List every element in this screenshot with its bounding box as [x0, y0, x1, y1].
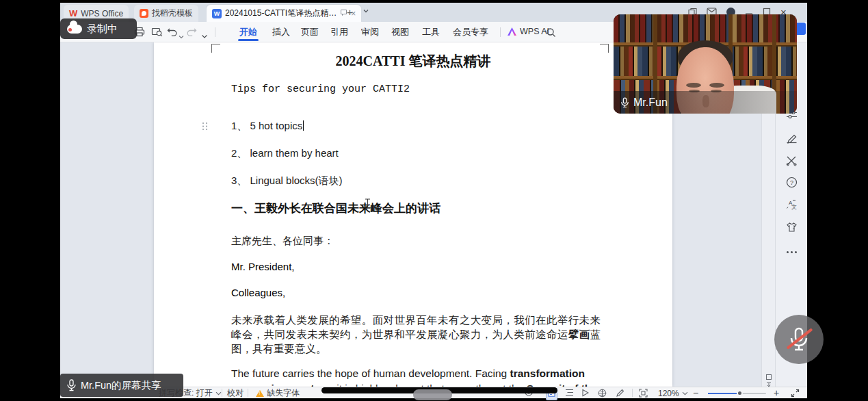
document-page[interactable]: 2024CATTI 笔译热点精讲 Tips for securing your … [154, 42, 672, 387]
menu-tab-home[interactable]: 开始 [239, 26, 257, 38]
zoom-slider[interactable] [708, 393, 766, 394]
microphone-icon [620, 97, 629, 108]
fit-page-icon[interactable] [639, 389, 648, 400]
tab-list-chevron-icon[interactable] [363, 5, 369, 16]
menu-tab-review[interactable]: 审阅 [361, 26, 379, 38]
new-tab-button[interactable]: + [347, 6, 353, 18]
zoom-slider-knob[interactable] [737, 390, 743, 396]
tab-label: 20241015-CATTI笔译热点精… [225, 8, 337, 19]
fullscreen-icon[interactable] [791, 389, 800, 400]
active-tab-underline [238, 39, 259, 41]
translate-icon[interactable]: A文 [786, 198, 798, 213]
undo-chevron-icon[interactable] [179, 29, 184, 42]
recording-label: 录制中 [87, 23, 118, 36]
next-page-icon[interactable] [765, 379, 772, 387]
page-indicator-pill [413, 389, 452, 400]
search-icon[interactable] [546, 27, 556, 40]
eyebrow [709, 83, 724, 88]
undo-icon[interactable] [167, 27, 178, 39]
warning-icon [256, 390, 264, 397]
bookshelf-row [614, 14, 797, 43]
salutation-zh: 主席先生、各位同事： [231, 235, 601, 248]
recording-indicator[interactable]: 录制中 [60, 18, 137, 39]
menu-tab-view[interactable]: 视图 [391, 26, 409, 38]
ink-pen-icon[interactable] [616, 389, 624, 400]
more-icon[interactable] [786, 244, 798, 257]
participant-nametag: Mr.Fun [614, 91, 797, 114]
list-item: 2、 learn them by heart [231, 147, 339, 160]
proofread-label: 校对 [227, 387, 244, 399]
screen-share-label: Mr.Fun的屏幕共享 [81, 379, 161, 392]
tab-docer-templates[interactable]: 找稻壳模板 [134, 5, 198, 22]
zoom-percentage[interactable]: 120% [658, 388, 688, 398]
read-mode-icon[interactable] [581, 389, 589, 399]
tab-label: WPS Office [81, 9, 123, 18]
doc-heading: 一、王毅外长在联合国未来峰会上的讲话 [231, 200, 440, 216]
wps-ai-button[interactable]: WPS AI [508, 27, 549, 36]
divider [222, 389, 222, 397]
menu-tab-insert[interactable]: 插入 [272, 26, 290, 38]
cloud-record-icon [67, 25, 82, 34]
doc-subtitle: Tips for securing your CATTI2 [231, 83, 410, 95]
wps-logo-icon: W [69, 8, 77, 18]
participant-video[interactable]: Mr.Fun [614, 14, 797, 114]
web-layout-icon[interactable] [598, 389, 607, 400]
divider [632, 389, 633, 397]
mic-muted-button[interactable] [774, 315, 824, 364]
word-doc-icon: W [212, 9, 222, 18]
salutation-en-2: Colleagues, [231, 287, 601, 298]
screen-share-banner[interactable]: Mr.Fun的屏幕共享 [60, 374, 183, 397]
docer-logo-icon [140, 9, 148, 18]
wps-ai-icon [508, 27, 516, 36]
paragraph-en: The future carries the hope of human dev… [231, 366, 601, 387]
microphone-icon [66, 379, 77, 391]
divider [500, 27, 501, 37]
toolbar-chevron-icon[interactable] [201, 29, 208, 42]
eyebrow [686, 83, 701, 88]
zoom-level-label: 120% [658, 389, 679, 398]
chevron-down-icon [682, 391, 688, 396]
help-icon[interactable]: ? [786, 177, 798, 191]
list-item: 3、 Lingual blocks(语块) [231, 174, 343, 187]
resume-assistant-icon[interactable] [786, 222, 798, 235]
missing-font-warning[interactable]: 缺失字体 [256, 388, 300, 398]
mouse-ibeam-cursor [365, 198, 371, 211]
list-item: 1、 5 hot topics [231, 120, 304, 133]
redo-icon[interactable] [186, 27, 197, 39]
text-cursor [303, 120, 304, 131]
paragraph-drag-handle-icon[interactable] [202, 121, 208, 133]
zoom-in-button[interactable]: + [774, 387, 779, 398]
missing-font-label: 缺失字体 [267, 387, 300, 399]
zoom-out-button[interactable]: − [693, 387, 698, 398]
paragraph-zh: 未来承载着人类发展的希望。面对世界百年未有之大变局，我们在此举行未来峰会，共同发… [231, 313, 601, 356]
menu-tab-page[interactable]: 页面 [301, 26, 319, 38]
menu-tab-member[interactable]: 会员专享 [453, 26, 488, 38]
svg-text:文: 文 [791, 204, 797, 210]
outline-view-icon[interactable] [565, 389, 574, 398]
svg-text:?: ? [790, 179, 793, 186]
chevron-down-icon [215, 391, 222, 396]
wps-ai-label: WPS AI [520, 27, 549, 36]
zoom-slider-fill [708, 393, 739, 394]
print-preview-icon[interactable] [151, 27, 163, 40]
tab-current-document[interactable]: W 20241015-CATTI笔译热点精… × [207, 5, 361, 22]
proofread-button[interactable]: 校对 [227, 388, 244, 398]
doc-title: 2024CATTI 笔译热点精讲 [154, 52, 672, 70]
divider [248, 389, 248, 397]
tab-label: 找稻壳模板 [152, 8, 193, 19]
menu-tab-tools[interactable]: 工具 [422, 26, 440, 38]
menu-tab-references[interactable]: 引用 [330, 26, 348, 38]
salutation-en-1: Mr. President, [231, 261, 601, 272]
quick-tools-icon[interactable] [786, 155, 798, 169]
signature-icon[interactable] [786, 133, 798, 147]
screen: W WPS Office 找稻壳模板 W 20241015-CATTI笔译热点精… [0, 0, 868, 401]
divider [215, 27, 215, 37]
participant-name: Mr.Fun [633, 96, 668, 109]
